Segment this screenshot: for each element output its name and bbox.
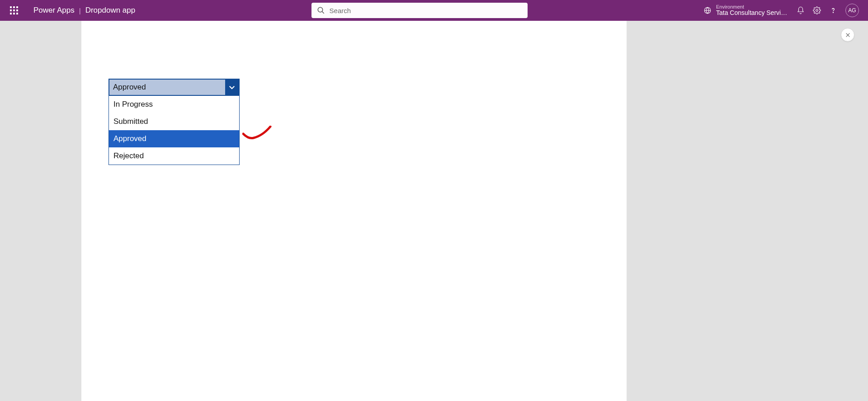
- dropdown-option-in-progress[interactable]: In Progress: [109, 96, 239, 113]
- app-name[interactable]: Dropdown app: [85, 6, 136, 15]
- environment-text: Environment Tata Consultancy Servic...: [716, 4, 788, 16]
- app-canvas: Approved In Progress Submitted Approved …: [81, 21, 627, 401]
- help-icon[interactable]: [829, 6, 837, 14]
- dropdown-option-rejected[interactable]: Rejected: [109, 147, 239, 165]
- breadcrumb-separator: |: [79, 7, 81, 14]
- dropdown-option-approved[interactable]: Approved: [109, 130, 239, 147]
- app-header: Power Apps | Dropdown app Environment Ta…: [0, 0, 868, 21]
- svg-point-3: [816, 9, 818, 12]
- status-dropdown[interactable]: Approved In Progress Submitted Approved …: [108, 79, 240, 165]
- close-preview-button[interactable]: [841, 28, 854, 42]
- product-name[interactable]: Power Apps: [33, 6, 75, 15]
- dropdown-option-submitted[interactable]: Submitted: [109, 113, 239, 130]
- environment-label: Environment: [716, 4, 788, 9]
- page-body: Approved In Progress Submitted Approved …: [0, 21, 868, 401]
- header-right-group: Environment Tata Consultancy Servic... A…: [703, 4, 859, 17]
- environment-picker[interactable]: Environment Tata Consultancy Servic...: [703, 4, 788, 16]
- dropdown-list: In Progress Submitted Approved Rejected: [108, 96, 240, 165]
- brand-breadcrumb: Power Apps | Dropdown app: [33, 6, 135, 15]
- avatar-initials: AG: [848, 7, 856, 14]
- app-launcher-icon[interactable]: [7, 4, 21, 17]
- search-box[interactable]: [311, 3, 528, 18]
- dropdown-header[interactable]: Approved: [108, 79, 240, 96]
- chevron-down-icon[interactable]: [225, 80, 239, 95]
- dropdown-selected-label: Approved: [109, 80, 225, 95]
- search-input[interactable]: [330, 7, 522, 14]
- svg-line-1: [322, 11, 324, 14]
- annotation-checkmark-icon: [242, 126, 274, 144]
- environment-icon: [703, 6, 712, 14]
- settings-icon[interactable]: [813, 6, 821, 14]
- svg-point-0: [318, 7, 323, 12]
- notifications-icon[interactable]: [797, 6, 805, 14]
- environment-value: Tata Consultancy Servic...: [716, 9, 788, 16]
- svg-point-4: [833, 12, 833, 13]
- user-avatar[interactable]: AG: [845, 4, 859, 17]
- search-icon: [317, 6, 325, 14]
